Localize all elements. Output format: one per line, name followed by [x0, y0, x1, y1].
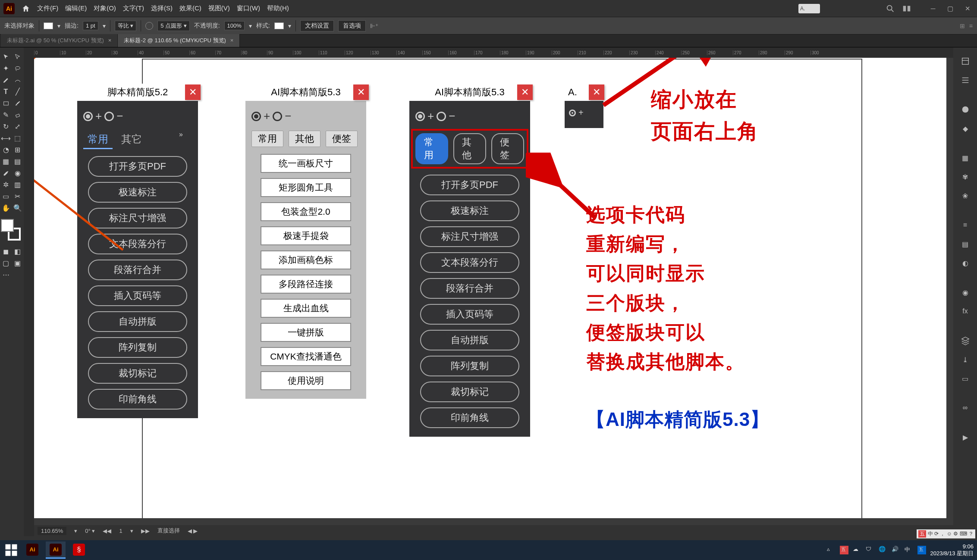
script-button[interactable]: 极速手提袋	[261, 226, 351, 245]
pen-tool[interactable]	[0, 74, 12, 86]
eyedropper-tool[interactable]	[0, 167, 12, 179]
layers-panel-icon[interactable]	[957, 332, 974, 349]
swatches-panel-icon[interactable]: ▦	[957, 149, 974, 166]
shaper-tool[interactable]: ✎	[0, 109, 12, 121]
eraser-tool[interactable]	[12, 109, 23, 121]
type-tool[interactable]: T	[0, 86, 12, 97]
stroke-weight-input[interactable]: 1 pt	[83, 21, 98, 30]
script-button[interactable]: 打开多页PDF	[88, 156, 187, 177]
horizontal-scrollbar[interactable]	[34, 518, 953, 525]
brushes-panel-icon[interactable]: ✾	[957, 168, 974, 185]
script-button[interactable]: 自动拼版	[420, 330, 519, 350]
script-button[interactable]: 多段路径连接	[261, 275, 351, 294]
maximize-button[interactable]: ▢	[944, 4, 956, 13]
script-button[interactable]: 阵列复制	[420, 356, 519, 376]
menu-edit[interactable]: 编辑(E)	[65, 4, 87, 13]
gradient-tool[interactable]: ▤	[12, 156, 23, 167]
radio-icon[interactable]	[415, 112, 425, 121]
close-tab-icon[interactable]: ×	[230, 37, 234, 44]
radio-icon[interactable]	[569, 109, 576, 116]
perspective-tool[interactable]: ⊞	[12, 144, 23, 156]
script-button[interactable]: 自动拼版	[88, 311, 187, 332]
close-icon[interactable]: ✕	[185, 84, 201, 100]
line-tool[interactable]: ╱	[12, 86, 23, 97]
artboard-nav-prev[interactable]: ◀◀	[103, 528, 111, 534]
taskbar-app-ai-active[interactable]: Ai	[46, 541, 66, 559]
stroke-panel-icon[interactable]: ≡	[957, 216, 974, 234]
start-button[interactable]	[3, 542, 19, 558]
draw-mode[interactable]: ▢	[0, 257, 12, 269]
tray-lang-icon[interactable]: 中	[905, 546, 913, 554]
libraries-panel-icon[interactable]	[957, 72, 974, 89]
links-panel-icon[interactable]: ∞	[957, 399, 974, 416]
panel-menu-icon[interactable]: ≡	[969, 22, 973, 29]
script-button[interactable]: CMYK查找潘通色	[261, 347, 351, 366]
menu-view[interactable]: 视图(V)	[208, 4, 230, 13]
script-button[interactable]: 插入页码等	[420, 304, 519, 325]
script-button[interactable]: 插入页码等	[88, 285, 187, 306]
script-button[interactable]: 标注尺寸增强	[88, 208, 187, 228]
selection-tool[interactable]	[0, 51, 12, 63]
edit-toolbar[interactable]: ⋯	[0, 269, 12, 281]
panel-dock-icon[interactable]: ⊞	[960, 22, 965, 29]
doc-setup-button[interactable]: 文档设置	[300, 20, 334, 31]
asset-export-panel-icon[interactable]: ⤓	[957, 351, 974, 368]
tab-other[interactable]: 其它	[117, 131, 146, 149]
script-button[interactable]: 生成出血线	[261, 299, 351, 318]
tray-shield-icon[interactable]: 🛡	[866, 546, 874, 554]
shape-builder-tool[interactable]: ◔	[0, 144, 12, 156]
paintbrush-tool[interactable]	[12, 97, 23, 109]
align-icon[interactable]: ⊩⁺	[370, 22, 378, 29]
tab-common[interactable]: 常用	[251, 131, 283, 147]
mesh-tool[interactable]: ▦	[0, 156, 12, 167]
opacity-input[interactable]: 100%	[224, 21, 245, 30]
script-button[interactable]: 添加画稿色标	[261, 250, 351, 269]
arrange-icon[interactable]	[902, 4, 911, 13]
menu-type[interactable]: 文字(T)	[123, 4, 144, 13]
symbols-panel-icon[interactable]: ❀	[957, 187, 974, 204]
color-mode[interactable]: ◼	[0, 246, 12, 257]
rectangle-tool[interactable]	[0, 97, 12, 109]
symbol-sprayer-tool[interactable]: ✲	[0, 179, 12, 191]
menu-file[interactable]: 文件(F)	[37, 4, 58, 13]
minimized-panel-tab[interactable]: A.	[798, 4, 820, 13]
tab-notes[interactable]: 便签	[491, 133, 524, 164]
menu-effect[interactable]: 效果(C)	[179, 4, 201, 13]
direct-selection-tool[interactable]	[12, 51, 23, 63]
rotate-tool[interactable]: ↻	[0, 121, 12, 132]
doc-tab-2[interactable]: 未标题-2 @ 110.65 % (CMYK/CPU 预览)×	[118, 34, 240, 47]
slice-tool[interactable]: ✂	[12, 191, 23, 202]
properties-panel-icon[interactable]	[957, 53, 974, 70]
canvas[interactable]: 脚本精简版5.2✕ + − 常用 其它 » 打开多页PDF极速标注标注尺寸增强文…	[34, 58, 953, 525]
script-button[interactable]: 包装盒型2.0	[261, 202, 351, 221]
menu-help[interactable]: 帮助(H)	[267, 4, 289, 13]
graph-tool[interactable]: ▥	[12, 179, 23, 191]
fill-stroke-control[interactable]	[1, 219, 22, 241]
tray-volume-icon[interactable]: 🔊	[892, 546, 900, 554]
script-button[interactable]: 一键拼版	[261, 323, 351, 342]
radio-icon[interactable]	[273, 112, 282, 121]
ime-icon[interactable]: 五	[918, 530, 926, 538]
tab-other[interactable]: 其他	[453, 133, 486, 164]
artboards-panel-icon[interactable]: ▭	[957, 370, 974, 387]
rotate-view[interactable]: 0° ▾	[85, 528, 95, 534]
scale-mode-select[interactable]: 等比 ▾	[115, 21, 137, 31]
gradient-mode[interactable]: ◧	[12, 246, 23, 257]
play-icon[interactable]: ▶	[957, 429, 974, 446]
zoom-tool[interactable]: 🔍	[12, 202, 23, 214]
script-button[interactable]: 极速标注	[420, 200, 519, 221]
zoom-level[interactable]: 110.65%	[38, 527, 66, 535]
curvature-tool[interactable]	[12, 74, 23, 86]
script-button[interactable]: 矩形圆角工具	[261, 178, 351, 197]
script-button[interactable]: 标注尺寸增强	[420, 226, 519, 247]
radio-icon[interactable]	[83, 112, 93, 121]
script-button[interactable]: 印前角线	[88, 389, 187, 410]
close-icon[interactable]: ✕	[517, 84, 533, 100]
radio-icon[interactable]	[251, 112, 261, 121]
tray-ime2-icon[interactable]: 五	[917, 546, 926, 554]
lasso-tool[interactable]	[12, 63, 23, 74]
screen-mode[interactable]: ▣	[12, 257, 23, 269]
artboard-tool[interactable]: ▭	[0, 191, 12, 202]
tab-other[interactable]: 其他	[289, 131, 320, 147]
artboard-nav-next[interactable]: ▶▶	[141, 528, 150, 534]
